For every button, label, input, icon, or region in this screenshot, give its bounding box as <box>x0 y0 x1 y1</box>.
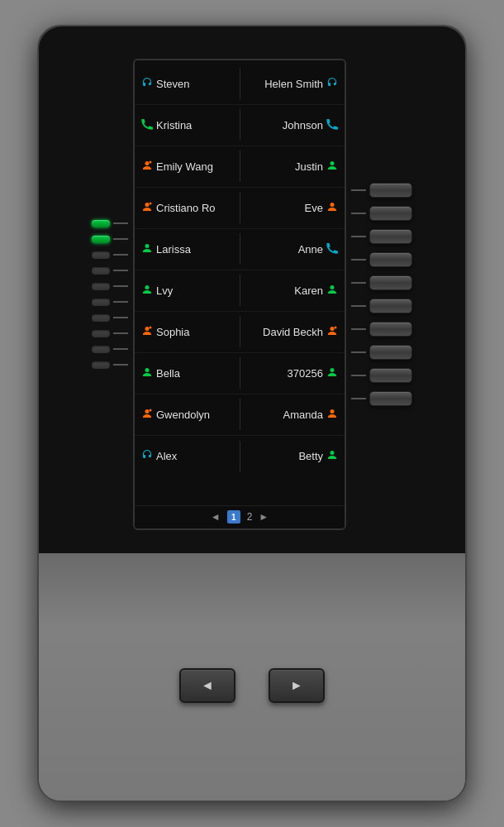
line-2 <box>113 238 128 240</box>
right-buttons <box>351 183 412 406</box>
contact-left-0[interactable]: Steven <box>138 64 240 104</box>
right-btn-row-4 <box>351 252 412 267</box>
svg-point-10 <box>150 326 152 328</box>
r-line-5 <box>351 282 366 284</box>
r-line-3 <box>351 236 366 237</box>
contact-row-2[interactable]: Emily WangJustin <box>135 146 345 188</box>
contact-row-9[interactable]: AlexBetty <box>135 436 345 477</box>
device: StevenHelen SmithKristinaJohnsonEmily Wa… <box>37 25 467 802</box>
contact-right-icon-3 <box>326 201 338 215</box>
r-hw-btn-10[interactable] <box>369 391 412 406</box>
contact-left-name-2: Emily Wang <box>156 160 213 173</box>
led-5 <box>92 283 110 290</box>
contact-right-4[interactable]: Anne <box>240 229 342 270</box>
contact-right-icon-4 <box>326 242 338 256</box>
contact-row-5[interactable]: LvyKaren <box>135 270 345 312</box>
contact-right-icon-8 <box>326 408 338 422</box>
contact-row-3[interactable]: Cristiano RoEve <box>135 188 345 229</box>
line-3 <box>113 254 128 256</box>
line-6 <box>113 301 128 303</box>
contact-left-8[interactable]: Gwendolyn <box>138 394 240 435</box>
r-hw-btn-4[interactable] <box>369 252 412 267</box>
contact-right-icon-1 <box>326 118 338 132</box>
contact-row-1[interactable]: KristinaJohnson <box>135 105 345 146</box>
contact-right-5[interactable]: Karen <box>240 270 342 311</box>
svg-point-3 <box>145 203 150 207</box>
contact-right-name-6: David Beckh <box>263 326 323 338</box>
nav-prev-button[interactable]: ◄ <box>179 668 235 703</box>
svg-point-13 <box>145 368 150 372</box>
contact-right-2[interactable]: Justin <box>240 146 342 187</box>
contact-row-8[interactable]: GwendolynAmanda <box>135 394 345 436</box>
left-btn-row-10 <box>92 361 128 369</box>
r-hw-btn-7[interactable] <box>369 322 412 337</box>
prev-page-button[interactable]: ◄ <box>211 511 221 523</box>
page-2[interactable]: 2 <box>247 511 253 523</box>
contact-left-1[interactable]: Kristina <box>138 105 240 146</box>
contact-left-icon-0 <box>141 77 153 91</box>
contact-right-name-8: Amanda <box>283 409 323 421</box>
line-9 <box>113 348 128 350</box>
contact-right-name-9: Betty <box>298 450 323 462</box>
svg-point-5 <box>330 203 335 207</box>
next-page-button[interactable]: ► <box>259 511 269 523</box>
r-hw-btn-1[interactable] <box>369 183 412 198</box>
left-btn-row-2 <box>92 236 128 243</box>
contact-row-6[interactable]: SophiaDavid Beckh <box>135 312 345 353</box>
r-hw-btn-2[interactable] <box>369 206 412 221</box>
r-hw-btn-9[interactable] <box>369 368 412 383</box>
led-6 <box>92 299 110 306</box>
line-8 <box>113 332 128 334</box>
r-line-1 <box>351 189 366 191</box>
r-hw-btn-8[interactable] <box>369 345 412 360</box>
svg-point-4 <box>150 202 152 204</box>
r-hw-btn-3[interactable] <box>369 229 412 244</box>
nav-prev-icon: ◄ <box>201 678 214 693</box>
r-hw-btn-6[interactable] <box>369 299 412 313</box>
contact-right-7[interactable]: 370256 <box>240 353 342 394</box>
contact-left-9[interactable]: Alex <box>138 436 240 477</box>
line-5 <box>113 285 128 287</box>
led-1-active <box>92 220 110 227</box>
contact-left-3[interactable]: Cristiano Ro <box>138 188 240 228</box>
contact-row-7[interactable]: Bella370256 <box>135 353 345 394</box>
contact-left-7[interactable]: Bella <box>138 353 240 394</box>
contact-left-icon-7 <box>141 366 153 380</box>
contact-row-4[interactable]: LarissaAnne <box>135 229 345 270</box>
line-1 <box>113 222 128 224</box>
contact-left-4[interactable]: Larissa <box>138 229 240 270</box>
contact-left-icon-4 <box>141 242 153 256</box>
nav-buttons: ◄ ► <box>179 668 325 703</box>
contact-left-5[interactable]: Lvy <box>138 270 240 311</box>
contact-right-icon-6 <box>326 325 338 339</box>
svg-point-7 <box>145 285 150 289</box>
contact-right-6[interactable]: David Beckh <box>240 312 342 352</box>
contact-left-name-0: Steven <box>156 78 189 90</box>
contact-right-9[interactable]: Betty <box>240 436 342 477</box>
contact-left-icon-1 <box>141 118 153 132</box>
contact-right-1[interactable]: Johnson <box>240 105 342 146</box>
contact-right-8[interactable]: Amanda <box>240 394 342 435</box>
nav-next-button[interactable]: ► <box>269 668 325 703</box>
contact-right-3[interactable]: Eve <box>240 188 342 228</box>
led-8 <box>92 330 110 337</box>
contact-row-0[interactable]: StevenHelen Smith <box>135 64 345 105</box>
contact-right-icon-7 <box>326 366 338 380</box>
left-btn-row-3 <box>92 251 128 259</box>
svg-point-11 <box>330 327 335 331</box>
svg-point-1 <box>150 160 152 163</box>
svg-point-0 <box>145 161 150 165</box>
contact-left-name-5: Lvy <box>156 284 173 297</box>
right-btn-row-8 <box>351 345 412 360</box>
svg-point-12 <box>335 326 337 328</box>
contact-left-icon-9 <box>141 449 153 463</box>
r-hw-btn-5[interactable] <box>369 275 412 290</box>
contact-left-2[interactable]: Emily Wang <box>138 146 240 187</box>
contact-left-6[interactable]: Sophia <box>138 312 240 352</box>
device-top: StevenHelen SmithKristinaJohnsonEmily Wa… <box>39 26 465 553</box>
right-btn-row-2 <box>351 206 412 221</box>
contact-right-0[interactable]: Helen Smith <box>240 64 342 104</box>
right-btn-row-7 <box>351 322 412 337</box>
svg-point-14 <box>330 368 335 372</box>
contact-left-icon-6 <box>141 325 153 339</box>
